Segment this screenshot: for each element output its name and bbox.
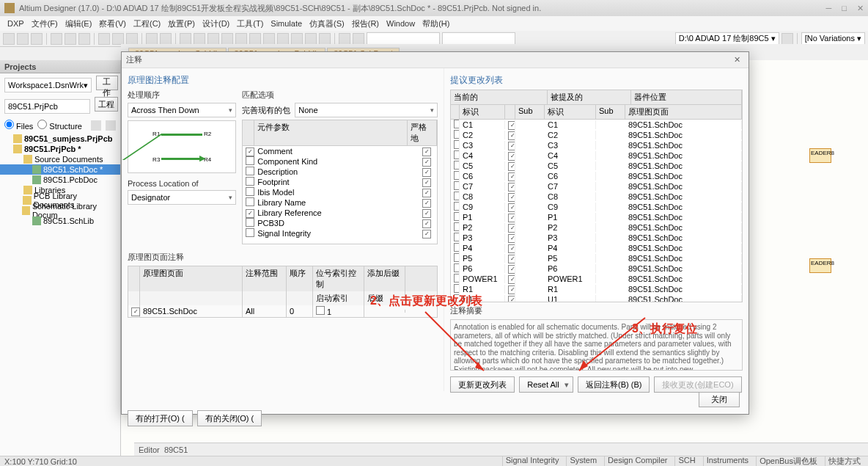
menu-report[interactable]: 报告(R) [349, 18, 382, 30]
menu-design[interactable]: 设计(D) [199, 18, 232, 30]
tool-net[interactable] [235, 33, 247, 45]
changes-grid[interactable]: 当前的 被提及的 器件位置 标识 Sub 标识 Sub 原理图页面 C1C189… [450, 90, 743, 302]
param-row[interactable]: Ibis Model [243, 187, 437, 197]
status-panel[interactable]: SCH [674, 456, 698, 466]
workspace-button[interactable]: 工作 [96, 76, 118, 90]
tool-sheet[interactable] [305, 33, 317, 45]
menu-dxp[interactable]: DXP [4, 18, 27, 29]
col-proposed[interactable]: 被提及的 [548, 90, 631, 104]
change-row[interactable]: C6C689C51.SchDoc [451, 171, 742, 181]
change-row[interactable]: P4P489C51.SchDoc [451, 243, 742, 253]
tool-redo[interactable] [160, 33, 172, 45]
tool-undo[interactable] [146, 33, 158, 45]
tool-gnd[interactable] [263, 33, 275, 45]
params-col-name[interactable]: 元件参数 [254, 120, 408, 145]
menu-help[interactable]: 帮助(H) [419, 18, 452, 30]
tool-power[interactable] [249, 33, 261, 45]
toolbar-variations[interactable]: [No Variations ▾ [801, 32, 865, 45]
menu-view[interactable]: 察看(V) [96, 18, 129, 30]
param-row[interactable]: Component Kind [243, 156, 437, 167]
project-button[interactable]: 工程 [95, 97, 118, 112]
change-row[interactable]: C4C489C51.SchDoc [451, 150, 742, 161]
status-panel[interactable]: System [566, 456, 600, 466]
tool-wire[interactable] [207, 33, 219, 45]
tool-move[interactable] [194, 33, 205, 45]
change-row[interactable]: C8C889C51.SchDoc [451, 192, 742, 202]
tree-item[interactable]: Schematic Library Docum [0, 205, 120, 216]
param-row[interactable]: Library Reference [243, 208, 437, 218]
change-row[interactable]: C1C189C51.SchDoc [451, 120, 742, 130]
minimize-icon[interactable]: ─ [826, 4, 832, 13]
menu-simulator[interactable]: 仿真器(S) [306, 18, 347, 30]
param-row[interactable]: Description [243, 167, 437, 177]
tool-port[interactable] [291, 33, 303, 45]
tool-copy[interactable] [112, 33, 124, 45]
tree-item[interactable]: 89C51.PcbDoc [0, 175, 120, 185]
tool-cross[interactable] [353, 33, 364, 45]
tree-item[interactable]: 89C51.SchDoc * [0, 164, 120, 175]
project-dropdown[interactable]: 89C51.PrjPcb [4, 99, 90, 114]
menu-place[interactable]: 放置(P) [165, 18, 198, 30]
filter-structure[interactable]: Structure [37, 120, 82, 131]
close-icon[interactable]: ✕ [857, 4, 864, 13]
menu-tools[interactable]: 工具(T) [234, 18, 266, 30]
params-col-strict[interactable]: 严格地 [408, 120, 437, 145]
change-row[interactable]: P3P389C51.SchDoc [451, 233, 742, 243]
change-row[interactable]: U1U189C51.SchDoc [451, 294, 742, 302]
param-row[interactable]: Comment [243, 146, 437, 156]
all-on-button[interactable]: 有的打开(O) ( [128, 410, 193, 426]
menu-window[interactable]: Window [383, 18, 418, 29]
maximize-icon[interactable]: □ [842, 4, 847, 13]
close-button[interactable]: 关闭 [699, 391, 740, 407]
param-row[interactable]: PCB3D [243, 218, 437, 228]
tree-item[interactable]: 89C51_sumjess.PrjPcb [0, 134, 120, 144]
status-panel[interactable]: 快捷方式 [825, 456, 864, 466]
tool-select[interactable] [180, 33, 191, 45]
menu-simulate[interactable]: Simulate [268, 18, 305, 29]
process-location-dropdown[interactable]: Designator [128, 190, 236, 205]
status-panel[interactable]: Design Compiler [604, 456, 670, 466]
change-row[interactable]: P2P289C51.SchDoc [451, 222, 742, 233]
complete-packages-dropdown[interactable]: None [295, 103, 438, 117]
tool-zoom-region[interactable] [78, 33, 90, 45]
menu-file[interactable]: 文件(F) [29, 18, 61, 30]
reset-all-button[interactable]: Reset All [519, 376, 573, 393]
filter-icon[interactable] [91, 120, 101, 131]
change-row[interactable]: C3C389C51.SchDoc [451, 140, 742, 150]
menu-project[interactable]: 工程(C) [130, 18, 163, 30]
filter-files[interactable]: Files [4, 120, 33, 131]
change-row[interactable]: C9C989C51.SchDoc [451, 202, 742, 212]
all-off-button[interactable]: 有的关闭(O) ( [197, 410, 262, 426]
page-col-index[interactable]: 位号索引控制 [313, 266, 364, 291]
tool-bus[interactable] [221, 33, 233, 45]
dialog-close-icon[interactable]: ✕ [729, 55, 744, 65]
col-location[interactable]: 器件位置 [631, 90, 742, 104]
menu-edit[interactable]: 编辑(E) [62, 18, 95, 30]
tree-item[interactable]: Source Documents [0, 154, 120, 164]
back-annotate-button[interactable]: 返回注释(B) (B) [578, 376, 650, 393]
tool-layer[interactable] [442, 32, 515, 45]
param-row[interactable]: Signal Integrity [243, 228, 437, 239]
param-row[interactable]: Library Name [243, 197, 437, 208]
page-col-sheet[interactable]: 原理图页面 [140, 266, 243, 291]
page-col-suffix[interactable]: 添加后缀 [364, 266, 405, 291]
change-row[interactable]: C7C789C51.SchDoc [451, 181, 742, 192]
change-row[interactable]: P1P189C51.SchDoc [451, 212, 742, 222]
change-row[interactable]: P5P589C51.SchDoc [451, 253, 742, 263]
page-col-order[interactable]: 顺序 [287, 266, 313, 291]
tool-zoom-fit[interactable] [65, 33, 76, 45]
workspace-dropdown[interactable]: Workspace1.DsnWrk▾ [4, 78, 92, 92]
page-table[interactable]: 原理图页面 注释范围 顺序 位号索引控制 添加后缀 启动索引 后缀 [128, 266, 438, 318]
tool-junction[interactable] [319, 33, 331, 45]
tree-item[interactable]: 89C51.PrjPcb * [0, 144, 120, 154]
page-col-scope[interactable]: 注释范围 [243, 266, 287, 291]
change-row[interactable]: C5C589C51.SchDoc [451, 161, 742, 171]
accept-eco-button[interactable]: 接收更改(创建ECO) [654, 376, 741, 393]
toolbar-doc-path[interactable]: D:\0 AD\AD 17 绘制89C5 ▾ [675, 32, 779, 45]
page-row-checkbox[interactable] [131, 307, 140, 316]
status-panel[interactable]: OpenBus调色板 [756, 456, 820, 466]
settings-icon[interactable] [106, 120, 116, 131]
tool-compile[interactable] [339, 33, 350, 45]
col-current[interactable]: 当前的 [451, 90, 548, 104]
status-panel[interactable]: Signal Integrity [502, 456, 562, 466]
